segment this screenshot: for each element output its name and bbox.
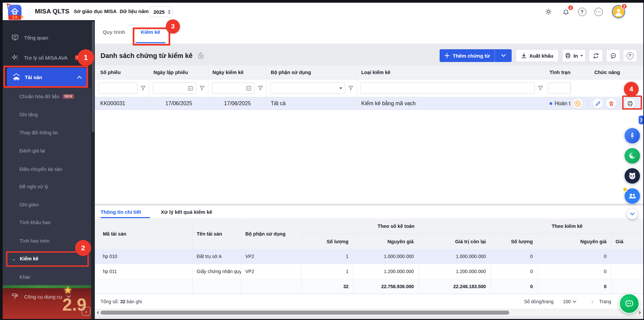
panda-icon	[628, 172, 637, 180]
scrollbar-thumb[interactable]	[101, 311, 509, 315]
avatar-badge: 2	[621, 3, 627, 9]
table-row[interactable]: KK000031 17/06/2025 17/06/2025 Tất cả Ki…	[95, 97, 643, 110]
tab-thong-tin-chi-tiet[interactable]: Thông tin chi tiết	[101, 205, 141, 218]
chat-support-button[interactable]	[619, 294, 639, 314]
rocket-assistant-button[interactable]	[625, 128, 640, 143]
cell-ngay-lap: 17/06/2025	[149, 97, 208, 110]
horizontal-scrollbar[interactable]	[95, 309, 643, 316]
tab-quy-trinh[interactable]: Quy trình	[99, 20, 129, 44]
prev-page-button[interactable]: ‹	[591, 298, 593, 305]
filter-date-ngay-kiem-ke[interactable]	[212, 82, 255, 94]
group-theo-kiem-ke: Theo kiểm kê	[491, 219, 643, 234]
undo-button[interactable]	[573, 99, 583, 109]
settings-button[interactable]	[544, 7, 553, 16]
export-button[interactable]: Xuất khẩu	[516, 49, 559, 62]
col-so-phieu[interactable]: Số phiếu	[95, 65, 149, 79]
scroll-right-arrow[interactable]	[639, 311, 641, 315]
add-voucher-button[interactable]: Thêm chứng từ	[440, 49, 495, 62]
sidebar-collapse-button[interactable]: ‹	[82, 307, 90, 316]
add-voucher-dropdown[interactable]	[495, 49, 512, 62]
funnel-icon[interactable]	[348, 85, 353, 91]
app-title: MISA QLTS	[35, 8, 69, 15]
filter-date-ngay-lap[interactable]	[153, 82, 196, 94]
submenu-item-de-nghi[interactable]: Đề nghị xử lý	[3, 180, 91, 193]
sidebar-item-cong-cu[interactable]: Công cụ dụng cụ	[3, 290, 91, 303]
print-button[interactable]: In	[562, 49, 586, 62]
feedback-button[interactable]	[606, 49, 620, 62]
sidebar: Tổng quan Trợ lý số MISA AVA NEW Tài sản…	[3, 20, 91, 319]
col-ngay-lap[interactable]: Ngày lập phiếu	[149, 65, 208, 79]
collapse-widgets-button[interactable]	[627, 208, 638, 219]
voucher-table: Số phiếu Ngày lập phiếu Ngày kiểm kê Bộ …	[95, 65, 643, 204]
col-tinh-trang[interactable]: Tình trạng	[547, 65, 571, 79]
filter-input-loai-kiem-ke[interactable]	[361, 82, 535, 94]
detail-row[interactable]: hp 011 Giấy chứng nhận quyề... VP2 1 1.2…	[95, 264, 643, 279]
submenu-item-khac[interactable]: Khác	[3, 270, 91, 284]
refresh-button[interactable]	[589, 49, 603, 62]
col-nguyen-gia-kk[interactable]: Nguyên giá	[538, 234, 611, 249]
help-circle-button[interactable]: ?	[623, 49, 637, 62]
col-ngay-kiem-ke[interactable]: Ngày kiểm kê	[208, 65, 267, 79]
printer-icon	[565, 53, 571, 59]
annotation-box-kiem-ke	[6, 251, 89, 267]
help-button[interactable]: ?	[578, 7, 586, 16]
submenu-item-dieu-chuyen[interactable]: Điều chuyển tài sản	[3, 163, 91, 176]
sidebar-item-tong-quan[interactable]: Tổng quan	[3, 29, 91, 46]
submenu-item-ghi-giam[interactable]: Ghi giảm	[3, 198, 91, 211]
list-footer: Tổng số: 32 bản ghi Số dòng/trang 100 ‹ …	[95, 294, 643, 309]
gear-icon	[544, 8, 553, 16]
submenu-item-thay-doi[interactable]: Thay đổi thông tin	[3, 126, 91, 139]
support-button[interactable]	[625, 148, 640, 164]
status-dot	[550, 102, 552, 105]
chevron-down-icon	[67, 295, 71, 298]
org-name[interactable]: Sở giáo dục MISA	[74, 8, 117, 14]
funnel-icon[interactable]	[258, 85, 263, 91]
year-spinner-arrows[interactable]	[168, 10, 171, 14]
funnel-icon[interactable]	[538, 85, 543, 91]
scroll-left-arrow[interactable]	[96, 311, 99, 315]
flag-icon	[6, 3, 12, 9]
col-loai-kiem-ke[interactable]: Loại kiểm kê	[357, 65, 547, 79]
table-header-row: Số phiếu Ngày lập phiếu Ngày kiểm kê Bộ …	[95, 65, 643, 79]
funnel-icon[interactable]	[199, 85, 205, 91]
per-page-select[interactable]: 100	[563, 298, 576, 305]
cell-so-phieu: KK000031	[95, 97, 149, 110]
more-menu-button[interactable]: ···	[594, 7, 603, 16]
col-nguyen-gia[interactable]: Nguyên giá	[353, 234, 419, 249]
col-ten-tai-san[interactable]: Tên tài sản	[193, 219, 241, 249]
detail-row[interactable]: hp 010 Đất trụ sở A VP2 1 1.000.000.000 …	[95, 249, 643, 264]
sidebar-item-label: Trợ lý số MISA AVA	[24, 55, 68, 61]
tab-xu-ly-ket-qua[interactable]: Xử lý kết quả kiểm kê	[161, 205, 212, 218]
col-ma-tai-san[interactable]: Mã tài sản	[95, 219, 193, 249]
submenu-item-khau-hao[interactable]: Tính khấu hao	[3, 216, 91, 229]
sidebar-scrollbar[interactable]	[91, 20, 95, 319]
notification-dot	[623, 187, 628, 192]
filter-select-bo-phan[interactable]	[270, 82, 345, 94]
funnel-icon[interactable]	[140, 85, 146, 91]
col-bo-phan-su-dung[interactable]: Bộ phận sử dụng	[241, 219, 302, 249]
delete-button[interactable]	[606, 99, 616, 109]
col-bo-phan[interactable]: Bộ phận sử dụng	[267, 65, 357, 79]
col-so-luong-kk[interactable]: Số lượng	[491, 234, 538, 249]
cell-ngay-kiem-ke: 17/06/2025	[208, 97, 267, 110]
detail-total-row: 32 22.758.936.000 22.248.183.500 0 0	[95, 279, 643, 294]
version-ribbon: 2.9	[8, 15, 21, 20]
group-theo-so-ke-toan: Theo sổ kế toán	[302, 219, 491, 234]
col-gia-tri-con-lai[interactable]: Giá trị còn lại	[418, 234, 491, 249]
annotation-step-1: 1	[77, 49, 94, 66]
filter-input-tinh-trang[interactable]	[549, 82, 571, 94]
annotation-box-tab-kiem-ke	[133, 27, 170, 46]
edit-button[interactable]	[593, 99, 603, 109]
notifications-badge: 2	[568, 5, 574, 11]
col-gia-cut[interactable]: Giá	[611, 234, 643, 249]
submenu-item-chuan-hoa[interactable]: Chuẩn hóa dữ liệuNEW	[3, 90, 91, 103]
submenu-item-danh-gia[interactable]: Đánh giá lại	[3, 144, 91, 157]
year-spinner[interactable]: 2025	[150, 6, 173, 17]
divider	[587, 100, 588, 107]
ellipsis-icon: ···	[594, 8, 603, 16]
col-so-luong[interactable]: Số lượng	[302, 234, 353, 249]
app-logo[interactable]: ★ 2.9	[8, 5, 21, 18]
panda-assistant-button[interactable]	[625, 168, 640, 184]
filter-input-so-phieu[interactable]	[98, 82, 137, 94]
submenu-item-ghi-tang[interactable]: Ghi tăng	[3, 108, 91, 121]
